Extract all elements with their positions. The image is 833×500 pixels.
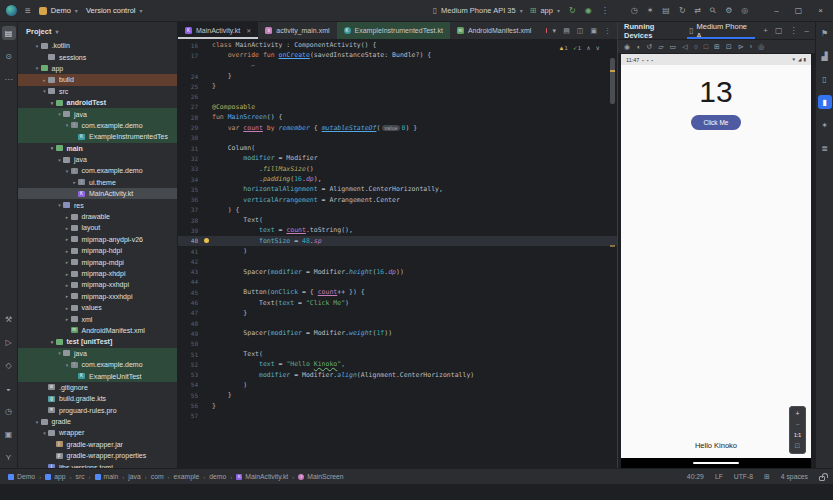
code-line[interactable]: 43 Spacer(modifier = Modifier.height(16.… [178,267,617,277]
project-panel-header[interactable]: Project ▾ [18,22,177,40]
close-icon[interactable]: ✕ [246,27,251,34]
hidden-tabs-icon[interactable]: ▾ [553,27,557,35]
tree-item-xml[interactable]: ▸xml [18,313,177,324]
code-line[interactable]: 39 text = count.toString(), [178,225,617,235]
zoom-ratio[interactable]: 1:1 [794,432,801,438]
tree-chevron-icon[interactable]: ▸ [64,214,71,220]
line-number[interactable]: 28 [178,114,200,121]
tab-activity-main-xml[interactable]: xactivity_main.xml [258,22,336,39]
tree-item-test-unittest-[interactable]: ▾test [unitTest] [18,336,177,347]
code-view-icon[interactable]: ▤ [563,27,570,35]
code-line[interactable]: 29 var count by remember { mutableStateO… [178,122,617,132]
breadcrumb-item-example[interactable]: example [174,473,200,480]
code-line[interactable]: 42 [178,256,617,266]
tree-item-drawable[interactable]: ▸drawable [18,211,177,222]
code-line[interactable]: 53 modifier = Modifier.align(Alignment.C… [178,370,617,380]
line-number[interactable]: 57 [178,412,200,419]
code-line[interactable]: 34 .padding(16.dp), [178,174,617,184]
line-number[interactable]: 38 [178,217,200,224]
notifications-icon[interactable]: ⚑ [818,26,832,40]
breadcrumb-item-mainactivity-kt[interactable]: KMainActivity.kt [236,473,288,480]
tree-item-exampleinstrumentedtes[interactable]: KExampleInstrumentedTes [18,131,177,142]
tree-item-com-example-demo[interactable]: ▾⋮com.example.demo [18,165,177,176]
project-tool-icon[interactable]: ▤ [2,26,16,40]
tree-item-mipmap-mdpi[interactable]: ▸mipmap-mdpi [18,256,177,267]
orientation-icon[interactable]: ▭ [670,43,677,51]
tree-chevron-icon[interactable]: ▾ [49,339,56,345]
breadcrumb-item-app[interactable]: app [45,473,65,480]
run-config-selector[interactable]: ⊞ app ▾ [530,6,560,15]
line-number[interactable]: 43 [178,268,200,275]
tree-item-build[interactable]: ▸build [18,74,177,85]
line-number[interactable]: 45 [178,289,200,296]
tree-item-app[interactable]: ▾app [18,63,177,74]
tree-item-mipmap-xhdpi[interactable]: ▸mipmap-xhdpi [18,268,177,279]
code-line[interactable]: 50 [178,339,617,349]
line-number[interactable]: 53 [178,371,200,378]
debug-button[interactable]: ◉ [585,6,592,15]
more-vertical-icon[interactable]: ⋮ [790,26,798,35]
line-number[interactable]: 34 [178,176,200,183]
line-number[interactable]: 51 [178,351,200,358]
tree-item-mainactivity-kt[interactable]: KMainActivity.kt [18,188,177,199]
tree-chevron-icon[interactable]: ▸ [64,316,71,322]
zoom-in-button[interactable]: + [795,410,799,417]
code-line[interactable]: 26 [178,91,617,101]
tree-item-proguard-rules-pro[interactable]: ≡proguard-rules.pro [18,405,177,416]
code-line[interactable]: 38 Text( [178,215,617,225]
search-everywhere-icon[interactable]: ⚲ [708,5,719,16]
tree-item-values[interactable]: ▸values [18,302,177,313]
tree-item-sessions[interactable]: sessions [18,51,177,62]
tree-item-mipmap-anydpi-v26[interactable]: ▸mipmap-anydpi-v26 [18,234,177,245]
line-ending[interactable]: LF [715,473,723,480]
logcat-icon[interactable]: ◒ [2,381,16,395]
profiler-icon[interactable]: ◷ [631,6,638,15]
line-number[interactable]: 42 [178,258,200,265]
tree-chevron-icon[interactable]: ▸ [41,77,48,83]
more-options-icon[interactable]: ⋮ [604,27,611,35]
account-icon[interactable]: ◎ [741,6,748,15]
tree-item-src[interactable]: ▾src [18,86,177,97]
line-number[interactable]: 35 [178,186,200,193]
tree-item-com-example-demo[interactable]: ▾⋮com.example.demo [18,120,177,131]
vcs-widget[interactable]: Version control ▾ [86,6,143,15]
code-line[interactable]: 52 text = "Hello Kinoko", [178,359,617,369]
tree-chevron-icon[interactable]: ▾ [56,157,63,163]
code-with-me-icon[interactable]: ⇄ [695,6,702,15]
tree-chevron-icon[interactable]: ▾ [49,100,56,106]
tree-chevron-icon[interactable]: ▸ [64,305,71,311]
tree-chevron-icon[interactable]: ▾ [34,65,41,71]
tree-item-main[interactable]: ▾main [18,143,177,154]
snapshot-icon[interactable]: ⊞ [714,43,720,51]
gradle-icon[interactable]: ▟ [818,49,832,63]
tree-chevron-icon[interactable]: ▾ [41,88,48,94]
tree-chevron-icon[interactable]: ▾ [56,202,63,208]
scrollbar-thumb[interactable] [610,58,615,104]
code-line[interactable]: 45 Button(onClick = { count++ }) { [178,287,617,297]
line-number[interactable]: 30 [178,134,200,141]
code-line[interactable]: 24 } [178,71,617,81]
code-line[interactable]: 33 .fillMaxSize() [178,164,617,174]
tree-chevron-icon[interactable]: ▾ [34,43,41,49]
indent-settings-icon[interactable]: ⊞ [764,473,770,481]
tree-chevron-icon[interactable]: ▸ [64,282,71,288]
tree-chevron-icon[interactable]: ▸ [64,236,71,242]
click-me-button[interactable]: Click Me [691,115,742,130]
tree-item-ui-theme[interactable]: ▸⋮ui.theme [18,177,177,188]
terminal-icon[interactable]: ▣ [2,427,16,441]
tree-chevron-icon[interactable]: ▸ [64,271,71,277]
minimize-button[interactable]: – [774,6,778,15]
code-line[interactable]: 35 horizontalAlignment = Alignment.Cente… [178,184,617,194]
line-number[interactable]: 36 [178,196,200,203]
tree-chevron-icon[interactable]: ▾ [64,168,71,174]
line-number[interactable]: 46 [178,299,200,306]
add-device-icon[interactable]: + [763,26,768,35]
app-insights-icon[interactable]: ◇ [2,358,16,372]
code-line[interactable]: 46 Text(text = "Click Me") [178,297,617,307]
build-tool-icon[interactable]: ⚒ [2,312,16,326]
settings-icon[interactable]: ⚙ [725,6,732,15]
code-line[interactable]: 44 [178,277,617,287]
line-number[interactable]: 48 [178,320,200,327]
tree-chevron-icon[interactable]: ▾ [49,145,56,151]
device-manager-icon[interactable]: ▤ [662,6,670,15]
